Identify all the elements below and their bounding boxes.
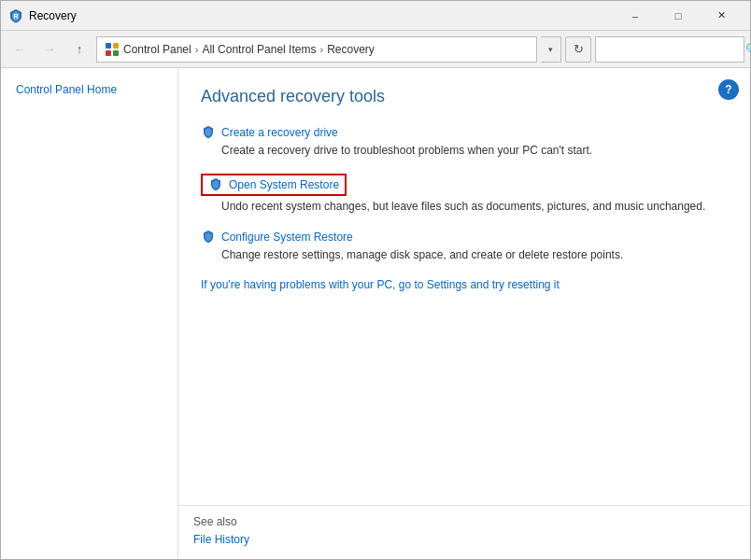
close-button[interactable]: ✕ bbox=[700, 1, 743, 31]
configure-restore-link[interactable]: Configure System Restore bbox=[201, 230, 728, 245]
maximize-button[interactable]: □ bbox=[657, 1, 700, 31]
create-recovery-desc: Create a recovery drive to troubleshoot … bbox=[221, 144, 728, 157]
open-restore-label: Open System Restore bbox=[229, 178, 339, 191]
search-input[interactable] bbox=[602, 43, 742, 56]
shield-icon-2 bbox=[208, 177, 223, 192]
settings-link[interactable]: If you're having problems with your PC, … bbox=[201, 278, 728, 291]
sidebar-home-link[interactable]: Control Panel Home bbox=[1, 79, 177, 100]
open-restore-desc: Undo recent system changes, but leave fi… bbox=[221, 200, 728, 213]
shield-icon-3 bbox=[201, 230, 216, 245]
right-panel: ? Advanced recovery tools Create a recov… bbox=[178, 68, 750, 559]
main-area: Control Panel Home ? Advanced recovery t… bbox=[1, 68, 750, 559]
refresh-button[interactable]: ↻ bbox=[565, 36, 591, 63]
see-also-area: See also File History bbox=[178, 505, 750, 559]
content-area: ? Advanced recovery tools Create a recov… bbox=[178, 68, 750, 505]
svg-text:R: R bbox=[13, 13, 18, 20]
breadcrumb-cp: Control Panel bbox=[123, 43, 191, 56]
create-recovery-link[interactable]: Create a recovery drive bbox=[201, 125, 728, 140]
addressbar: ← → ↑ Control Panel › All Control Panel … bbox=[1, 31, 750, 68]
page-title: Advanced recovery tools bbox=[201, 87, 728, 106]
breadcrumb-allcp: All Control Panel Items bbox=[202, 43, 316, 56]
window-title: Recovery bbox=[29, 9, 614, 22]
sidebar: Control Panel Home bbox=[1, 68, 178, 559]
search-box[interactable]: 🔍 bbox=[595, 36, 744, 63]
svg-rect-4 bbox=[113, 50, 119, 56]
shield-icon-1 bbox=[201, 125, 216, 140]
forward-button[interactable]: → bbox=[36, 36, 63, 63]
window: R Recovery – □ ✕ ← → ↑ Control Panel › A… bbox=[0, 0, 751, 560]
svg-rect-1 bbox=[106, 43, 111, 49]
breadcrumb-recovery: Recovery bbox=[327, 43, 375, 56]
svg-rect-3 bbox=[106, 50, 111, 56]
configure-restore-label: Configure System Restore bbox=[221, 231, 353, 244]
minimize-button[interactable]: – bbox=[614, 1, 657, 31]
address-dropdown-button[interactable]: ▾ bbox=[541, 36, 561, 63]
titlebar-controls: – □ ✕ bbox=[614, 1, 743, 31]
address-path[interactable]: Control Panel › All Control Panel Items … bbox=[96, 36, 537, 63]
window-icon: R bbox=[8, 8, 23, 23]
create-recovery-label: Create a recovery drive bbox=[221, 126, 338, 139]
tool-create-recovery: Create a recovery drive Create a recover… bbox=[201, 125, 728, 157]
search-icon: 🔍 bbox=[745, 43, 751, 56]
configure-restore-desc: Change restore settings, manage disk spa… bbox=[221, 248, 728, 261]
controlpanel-icon bbox=[105, 42, 120, 57]
file-history-link[interactable]: File History bbox=[193, 533, 249, 546]
svg-rect-2 bbox=[113, 43, 119, 49]
help-button[interactable]: ? bbox=[718, 79, 739, 100]
open-restore-link[interactable]: Open System Restore bbox=[201, 174, 347, 196]
tool-configure-restore: Configure System Restore Change restore … bbox=[201, 230, 728, 261]
titlebar: R Recovery – □ ✕ bbox=[1, 1, 750, 31]
up-button[interactable]: ↑ bbox=[66, 36, 92, 63]
tool-open-restore: Open System Restore Undo recent system c… bbox=[201, 174, 728, 213]
back-button[interactable]: ← bbox=[7, 36, 33, 63]
see-also-label: See also bbox=[193, 515, 735, 528]
